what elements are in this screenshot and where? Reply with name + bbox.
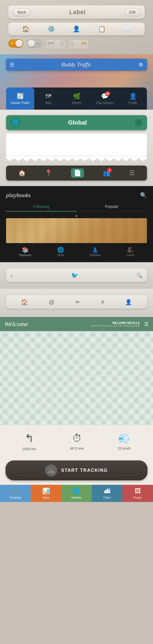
bike-icon: 🚲	[48, 467, 55, 474]
twitter-bar: ‹ 🐦 🔍	[6, 269, 147, 282]
pb-bottom-tabs: 📚 Playbooks 🌐 Shots 👗 Dribblers 🎩 Coach	[6, 246, 147, 257]
start-tracking-label: START TRACKING	[61, 468, 108, 473]
pb-tab-popular[interactable]: Popular	[76, 202, 147, 212]
shots-icon: 🌐	[57, 246, 64, 253]
user-name: MELANIE NEVILLE	[91, 321, 140, 324]
section-playbooks: playbooks 🔍 Following Popular ▲ 📚 Playbo…	[0, 186, 153, 262]
map-icon: 🗺	[45, 93, 51, 100]
cities-tab-label: Cities	[103, 496, 111, 499]
off-label: OFF	[48, 42, 55, 45]
map-label: Map	[45, 101, 51, 104]
edit-button[interactable]: Edit	[125, 8, 140, 16]
shots-label: Shots	[57, 254, 64, 257]
p-icon[interactable]: P	[135, 119, 143, 127]
pb-btab-coach[interactable]: 🎩 Coach	[126, 246, 134, 257]
pb-featured-image	[6, 218, 147, 243]
wood-texture	[6, 218, 147, 243]
group-badge: 3	[107, 168, 112, 173]
update-traffic-icon: 🔄	[17, 93, 24, 100]
menu-icon[interactable]: ☰	[10, 62, 14, 68]
mymap-tab-icon: 🌐	[73, 488, 80, 495]
track-tab-stats[interactable]: 📊 Stats	[31, 485, 61, 502]
stat-time: ⏱ 48.5 min	[70, 432, 84, 450]
toggle-knob-2	[28, 40, 35, 47]
buddy-tabs: 🔄 Update Traffic 🗺 Map 🌿 Streets 💬 30 Ch…	[6, 87, 147, 110]
zigzag-decoration	[6, 156, 147, 161]
track-tab-poster[interactable]: 🖼 Poster	[122, 485, 153, 502]
track-tab-mymap[interactable]: 🌐 MyMap	[61, 485, 92, 502]
pb-tab-arrow: ▲	[6, 214, 147, 217]
twitter-bird-icon: 🐦	[71, 272, 78, 279]
buddy-title: Buddy Traffic	[61, 61, 91, 68]
minimal-hash-icon[interactable]: #	[101, 299, 104, 305]
tab-profile[interactable]: 👤 Profile	[119, 87, 147, 110]
tab-update-traffic[interactable]: 🔄 Update Traffic	[6, 87, 34, 110]
minimal-at-icon[interactable]: @	[49, 299, 54, 305]
poster-tab-label: Poster	[133, 496, 142, 499]
global-selector: 🌐 Global P	[6, 115, 147, 130]
x-icon: ✕	[36, 41, 40, 46]
playbooks-label: Playbooks	[19, 254, 31, 257]
toggle-text-off[interactable]: OFF	[46, 39, 65, 48]
user-icon[interactable]: 👤	[73, 25, 80, 33]
back-button[interactable]: Back	[13, 8, 30, 16]
speed-icon: 💨	[118, 432, 130, 444]
btab-group[interactable]: 👥 3	[103, 169, 110, 177]
tracking-pattern	[0, 331, 153, 425]
minimal-edit-icon[interactable]: ✏	[75, 299, 80, 305]
bike-circle: 🚲	[45, 464, 57, 476]
btab-document[interactable]: 📄	[71, 168, 84, 178]
tab-streets[interactable]: 🌿 Streets	[62, 87, 91, 110]
distance-value: 2000 km	[22, 447, 36, 451]
buddy-header: ☰ Buddy Traffic ⚙	[6, 59, 147, 71]
cities-tab-icon: 🏙	[104, 488, 110, 495]
track-tab-cities[interactable]: 🏙 Cities	[92, 485, 122, 502]
pb-tab-following[interactable]: Following	[6, 202, 76, 212]
tracking-tab-icon: 🚲	[12, 488, 19, 495]
coach-label: Coach	[126, 254, 134, 257]
time-icon: ⏱	[72, 432, 82, 444]
globe-icon[interactable]: 🌐	[10, 118, 20, 127]
btab-list-icon: ☰	[129, 169, 135, 177]
document-icon[interactable]: 📋	[98, 25, 105, 33]
buddy-gear-icon[interactable]: ⚙	[139, 62, 143, 68]
tracking-header: Welcome MELANIE NEVILLE SHOPPINGLICS EXT…	[0, 317, 153, 331]
pb-title: playbooks	[6, 192, 31, 199]
tab-chat-session[interactable]: 💬 30 Chat Session	[91, 87, 119, 110]
btab-document-icon: 📄	[74, 169, 81, 177]
tracking-menu-icon[interactable]: ☰	[144, 321, 149, 327]
tab-map[interactable]: 🗺 Map	[34, 87, 62, 110]
track-tab-tracking[interactable]: 🚲 Tracking	[0, 485, 31, 502]
pb-btab-dribblers[interactable]: 👗 Dribblers	[90, 246, 101, 257]
global-bottom-tabs: 🏠 📍 📄 👥 3 ☰	[6, 166, 147, 181]
pb-header: playbooks 🔍	[6, 192, 147, 199]
pb-btab-playbooks[interactable]: 📚 Playbooks	[19, 246, 31, 257]
paper-panel	[6, 133, 147, 156]
back-chevron-icon[interactable]: ‹	[10, 272, 13, 279]
toggle-text-on[interactable]: ON	[69, 39, 88, 48]
profile-icon: 👤	[129, 93, 137, 100]
pb-search-icon[interactable]: 🔍	[140, 192, 147, 199]
chat-session-label: Chat Session	[96, 101, 114, 104]
playbooks-icon: 📚	[22, 246, 29, 253]
icon-bar: 🏠 ⚙️ 👤 📋 ☁️	[8, 23, 145, 35]
check-icon: ✓	[10, 41, 14, 46]
nav-bar-title: Label	[69, 9, 86, 16]
toggle-on-check[interactable]: ✓	[8, 39, 23, 48]
btab-home[interactable]: 🏠	[18, 169, 26, 177]
btab-list[interactable]: ☰	[129, 169, 135, 177]
toggle-off-x[interactable]: ✕	[27, 39, 42, 48]
twitter-search-icon[interactable]: 🔍	[136, 272, 143, 279]
pb-btab-shots[interactable]: 🌐 Shots	[57, 246, 64, 257]
settings-icon[interactable]: ⚙️	[48, 25, 55, 33]
dribblers-label: Dribblers	[90, 254, 101, 257]
home-icon[interactable]: 🏠	[22, 25, 30, 33]
start-tracking-button[interactable]: 🚲 START TRACKING	[6, 460, 147, 480]
minimal-person-icon[interactable]: 👤	[125, 299, 132, 305]
btab-location[interactable]: 📍	[45, 169, 52, 177]
dribblers-icon: 👗	[92, 246, 99, 253]
chat-badge: 30	[105, 91, 110, 96]
user-info: MELANIE NEVILLE SHOPPINGLICS EXTRAORDINA…	[91, 321, 140, 327]
minimal-home-icon[interactable]: 🏠	[21, 299, 28, 305]
cloud-icon[interactable]: ☁️	[123, 25, 131, 33]
